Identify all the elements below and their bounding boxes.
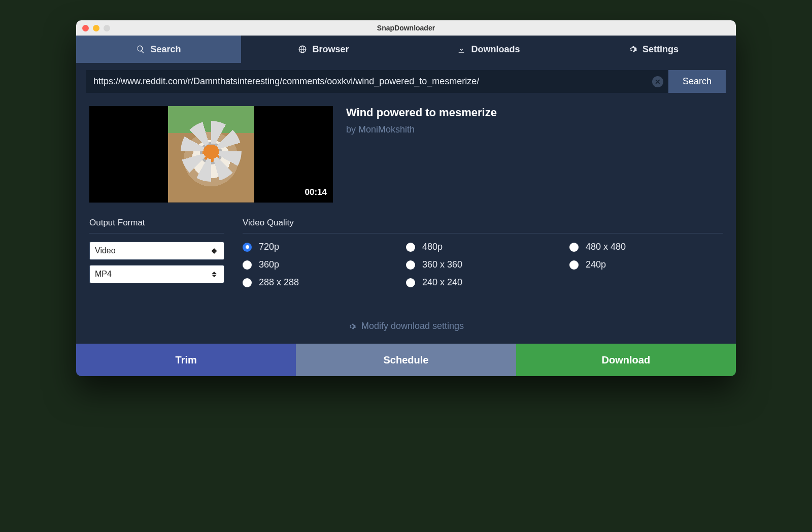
quality-option[interactable]: 288 x 288 — [243, 277, 396, 288]
quality-option[interactable]: 480p — [406, 242, 559, 252]
tab-settings[interactable]: Settings — [571, 36, 736, 63]
search-icon — [136, 45, 145, 54]
quality-label: 360p — [259, 259, 279, 270]
url-row: ✕ Search — [86, 70, 726, 93]
tab-label: Downloads — [471, 44, 520, 55]
radio-icon — [243, 278, 252, 287]
tab-downloads[interactable]: Downloads — [406, 36, 571, 63]
output-format-label: Output Format — [89, 218, 224, 228]
quality-option[interactable]: 240p — [569, 259, 723, 270]
quality-label: 720p — [259, 242, 279, 252]
tab-browser[interactable]: Browser — [241, 36, 406, 63]
main-tabs: Search Browser Downloads Settings — [76, 36, 736, 63]
clear-icon[interactable]: ✕ — [652, 76, 663, 87]
quality-option[interactable]: 360p — [243, 259, 396, 270]
output-container-select[interactable]: MP4 — [89, 265, 224, 283]
select-value: MP4 — [95, 270, 112, 279]
video-title: Wind powered to mesmerize — [346, 106, 497, 119]
download-button[interactable]: Download — [516, 344, 736, 376]
quality-options: 720p480p480 x 480360p360 x 360240p288 x … — [243, 242, 723, 288]
video-meta: Wind powered to mesmerize by MoniMokshit… — [346, 106, 497, 203]
thumbnail-image — [168, 106, 254, 203]
window-title: SnapDownloader — [76, 24, 736, 32]
divider — [243, 233, 723, 234]
quality-label: 360 x 360 — [422, 259, 462, 270]
chevron-updown-icon — [210, 248, 219, 254]
quality-label: 480 x 480 — [586, 242, 626, 252]
radio-icon — [243, 243, 252, 252]
quality-label: 240 x 240 — [422, 277, 462, 288]
trim-button[interactable]: Trim — [76, 344, 296, 376]
schedule-button[interactable]: Schedule — [296, 344, 516, 376]
quality-label: 240p — [586, 259, 606, 270]
quality-option[interactable]: 480 x 480 — [569, 242, 723, 252]
footer-actions: Trim Schedule Download — [76, 344, 736, 376]
url-input[interactable] — [86, 70, 668, 93]
modify-label: Modify download settings — [361, 321, 464, 331]
quality-option[interactable]: 240 x 240 — [406, 277, 559, 288]
output-type-select[interactable]: Video — [89, 242, 224, 260]
video-thumbnail[interactable]: 00:14 — [89, 106, 333, 203]
titlebar: SnapDownloader — [76, 20, 736, 36]
download-icon — [457, 45, 466, 54]
quality-option[interactable]: 720p — [243, 242, 396, 252]
radio-icon — [406, 260, 415, 270]
app-window: SnapDownloader Search Browser Downloads … — [76, 20, 736, 376]
tab-label: Settings — [642, 44, 679, 55]
video-duration: 00:14 — [305, 187, 327, 197]
globe-icon — [298, 45, 307, 54]
quality-label: 480p — [422, 242, 443, 252]
radio-icon — [569, 243, 579, 252]
gear-icon — [628, 45, 637, 54]
video-quality-label: Video Quality — [243, 218, 723, 228]
quality-option[interactable]: 360 x 360 — [406, 259, 559, 270]
tab-search[interactable]: Search — [76, 36, 241, 63]
radio-icon — [406, 278, 415, 287]
quality-label: 288 x 288 — [259, 277, 299, 288]
modify-settings-link[interactable]: Modify download settings — [76, 309, 736, 344]
radio-icon — [569, 260, 579, 270]
radio-icon — [406, 243, 415, 252]
tab-label: Search — [150, 44, 181, 55]
divider — [89, 233, 224, 234]
video-author: by MoniMokshith — [346, 124, 497, 135]
search-button[interactable]: Search — [668, 70, 726, 93]
gear-icon — [348, 322, 356, 330]
select-value: Video — [95, 246, 116, 255]
chevron-updown-icon — [210, 272, 219, 277]
tab-label: Browser — [312, 44, 349, 55]
radio-icon — [243, 260, 252, 270]
